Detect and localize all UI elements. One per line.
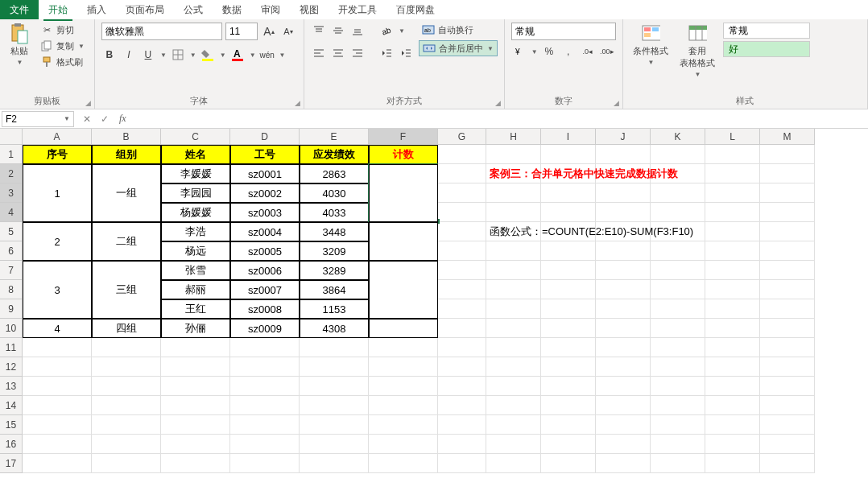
increase-indent-button[interactable] xyxy=(398,45,414,61)
cell[interactable] xyxy=(541,299,596,319)
cell[interactable] xyxy=(596,261,651,280)
font-size-combo[interactable]: 11 xyxy=(225,23,258,40)
conditional-format-button[interactable]: 条件格式▼ xyxy=(630,23,672,68)
seq-cell[interactable]: 4 xyxy=(23,319,92,338)
count-cell[interactable] xyxy=(369,164,438,222)
row-head-1[interactable]: 1 xyxy=(0,145,23,164)
cell[interactable] xyxy=(486,183,541,203)
cell[interactable] xyxy=(230,338,300,357)
id-cell[interactable]: sz0006 xyxy=(230,261,300,280)
name-box[interactable]: F2▼ xyxy=(2,111,74,127)
decrease-decimal-button[interactable]: .00▸ xyxy=(599,43,615,60)
cell[interactable] xyxy=(438,299,486,319)
underline-button[interactable]: U xyxy=(140,47,156,63)
cell[interactable] xyxy=(541,203,596,222)
cell[interactable] xyxy=(486,338,541,357)
align-bottom-button[interactable] xyxy=(349,23,366,39)
cell[interactable] xyxy=(230,454,300,473)
cell[interactable] xyxy=(705,338,760,357)
cell[interactable] xyxy=(300,415,369,435)
cell[interactable] xyxy=(760,454,815,473)
count-cell[interactable] xyxy=(369,222,438,261)
note-formula[interactable]: 函数公式：=COUNT(E2:E10)-SUM(F3:F10) xyxy=(486,222,541,241)
cell[interactable] xyxy=(596,454,651,473)
cell[interactable] xyxy=(486,435,541,454)
cell[interactable] xyxy=(438,261,486,280)
cell[interactable] xyxy=(705,145,760,164)
cell[interactable] xyxy=(23,377,92,396)
cell[interactable] xyxy=(23,435,92,454)
row-head-5[interactable]: 5 xyxy=(0,222,23,241)
tab-baidu[interactable]: 百度网盘 xyxy=(386,0,444,20)
cell[interactable] xyxy=(438,319,486,338)
col-head-H[interactable]: H xyxy=(486,129,541,145)
cell[interactable] xyxy=(541,454,596,473)
cell[interactable] xyxy=(486,396,541,415)
cell[interactable] xyxy=(596,145,651,164)
cell[interactable] xyxy=(651,396,705,415)
cell[interactable] xyxy=(486,241,541,261)
cell[interactable] xyxy=(596,338,651,357)
cell[interactable] xyxy=(541,338,596,357)
cell[interactable] xyxy=(760,203,815,222)
row-head-11[interactable]: 11 xyxy=(0,338,23,357)
cell[interactable] xyxy=(92,396,161,415)
cell[interactable] xyxy=(230,435,300,454)
cell[interactable] xyxy=(760,377,815,396)
cell[interactable] xyxy=(760,145,815,164)
cell[interactable] xyxy=(651,454,705,473)
paste-button[interactable]: 粘贴 ▼ xyxy=(6,23,32,68)
accounting-button[interactable]: ¥ xyxy=(511,43,527,60)
cell[interactable] xyxy=(300,396,369,415)
align-middle-button[interactable] xyxy=(330,23,346,39)
header-cell[interactable]: 计数 xyxy=(369,145,438,164)
cell[interactable] xyxy=(23,415,92,435)
perf-cell[interactable]: 4033 xyxy=(300,203,369,222)
comma-button[interactable]: , xyxy=(560,43,577,60)
cell[interactable] xyxy=(760,415,815,435)
wrap-text-button[interactable]: ab 自动换行 xyxy=(419,23,498,37)
cell[interactable] xyxy=(438,183,486,203)
cell[interactable] xyxy=(438,415,486,435)
cell[interactable] xyxy=(161,415,230,435)
cell[interactable] xyxy=(92,435,161,454)
name-cell[interactable]: 杨媛媛 xyxy=(161,203,230,222)
borders-button[interactable] xyxy=(170,47,186,63)
col-head-A[interactable]: A xyxy=(23,129,92,145)
merge-center-button[interactable]: 合并后居中▼ xyxy=(419,40,498,56)
cell[interactable] xyxy=(230,396,300,415)
cell[interactable] xyxy=(438,203,486,222)
note-title[interactable]: 案例三：合并单元格中快速完成数据计数 xyxy=(486,164,541,183)
dialog-launcher-icon[interactable]: ◢ xyxy=(614,99,619,107)
cell[interactable] xyxy=(705,415,760,435)
id-cell[interactable]: sz0007 xyxy=(230,280,300,299)
cell[interactable] xyxy=(541,183,596,203)
tab-insert[interactable]: 插入 xyxy=(77,0,116,20)
header-cell[interactable]: 序号 xyxy=(23,145,92,164)
increase-decimal-button[interactable]: .0◂ xyxy=(580,43,596,60)
cell[interactable] xyxy=(541,357,596,377)
fx-icon[interactable]: fx xyxy=(116,113,130,125)
tab-review[interactable]: 审阅 xyxy=(251,0,290,20)
grid[interactable]: ABCDEFGHIJKLM 1234567891011121314151617 … xyxy=(0,129,868,503)
perf-cell[interactable]: 1153 xyxy=(300,299,369,319)
cell[interactable] xyxy=(486,319,541,338)
cell[interactable] xyxy=(438,357,486,377)
cell[interactable] xyxy=(438,396,486,415)
cell[interactable] xyxy=(541,435,596,454)
cell[interactable] xyxy=(596,415,651,435)
cell[interactable] xyxy=(438,241,486,261)
perf-cell[interactable]: 2863 xyxy=(300,164,369,183)
col-head-J[interactable]: J xyxy=(596,129,651,145)
cell[interactable] xyxy=(438,164,486,183)
cell[interactable] xyxy=(760,261,815,280)
name-cell[interactable]: 孙俪 xyxy=(161,319,230,338)
align-left-button[interactable] xyxy=(311,45,327,61)
group-cell[interactable]: 二组 xyxy=(92,222,161,261)
cell[interactable] xyxy=(486,415,541,435)
cell[interactable] xyxy=(486,261,541,280)
select-all-corner[interactable] xyxy=(0,129,23,145)
cell[interactable] xyxy=(651,319,705,338)
cell[interactable] xyxy=(760,280,815,299)
cell[interactable] xyxy=(23,338,92,357)
